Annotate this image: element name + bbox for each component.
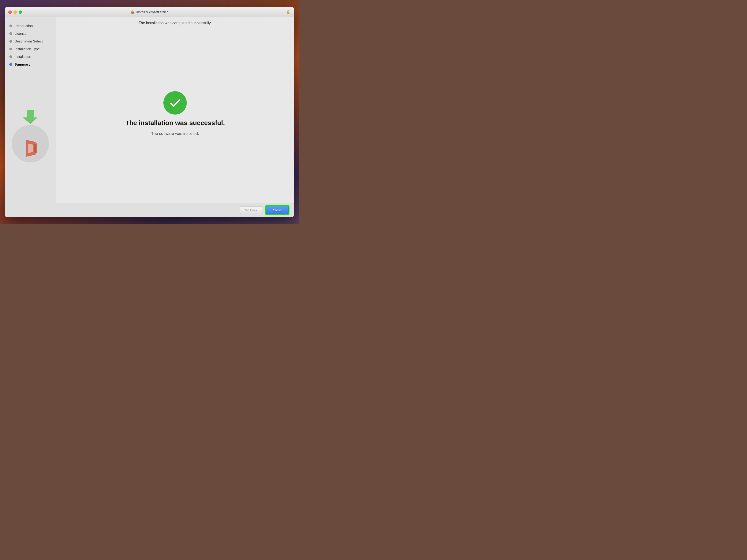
lock-icon: 🔒: [286, 10, 290, 14]
sidebar-item-license: License: [9, 30, 56, 37]
main-panel: The installation was completed successfu…: [56, 17, 294, 203]
step-dot-destination: [9, 40, 12, 43]
sidebar-label-installation-type: Installation Type: [15, 47, 40, 51]
checkmark-icon: [168, 96, 182, 110]
sidebar-label-summary: Summary: [15, 62, 30, 66]
success-title-text: The installation was successful.: [125, 119, 225, 127]
success-checkmark-circle: [163, 91, 187, 114]
completion-message: The installation was completed successfu…: [60, 21, 290, 25]
sidebar-item-destination: Destination Select: [9, 37, 56, 45]
sidebar-label-installation: Installation: [15, 55, 31, 59]
go-back-button[interactable]: Go Back: [240, 206, 262, 214]
success-subtitle-text: The software was installed.: [151, 131, 199, 136]
close-button[interactable]: Close: [266, 206, 288, 214]
bottom-bar: Go Back Close: [5, 203, 294, 217]
close-button-highlight: Close: [265, 205, 289, 215]
maximize-window-button[interactable]: [19, 10, 22, 14]
sidebar-item-introduction: Introduction: [9, 22, 56, 30]
title-icon: 📦: [130, 10, 134, 14]
minimize-window-button[interactable]: [14, 10, 17, 14]
office-logo-icon: [20, 137, 41, 158]
step-dot-introduction: [9, 25, 12, 27]
step-dot-installation-type: [9, 48, 12, 50]
installer-window: 📦 Install Microsoft Office 🔒 Introductio…: [5, 7, 294, 217]
sidebar-label-license: License: [15, 31, 27, 35]
step-dot-summary: [9, 63, 12, 66]
down-arrow-icon: [22, 109, 38, 125]
sidebar-label-introduction: Introduction: [15, 24, 33, 28]
sidebar-label-destination: Destination Select: [15, 39, 43, 43]
sidebar-steps: Introduction License Destination Select …: [5, 22, 56, 68]
sidebar-logo-area: [5, 73, 56, 198]
svg-marker-0: [23, 110, 37, 124]
window-title: 📦 Install Microsoft Office: [130, 10, 168, 14]
success-panel: The installation was successful. The sof…: [60, 28, 290, 199]
title-bar: 📦 Install Microsoft Office 🔒: [5, 7, 294, 17]
close-window-button[interactable]: [8, 10, 12, 14]
step-dot-installation: [9, 55, 12, 58]
sidebar-item-installation-type: Installation Type: [9, 45, 56, 53]
window-title-text: Install Microsoft Office: [136, 10, 168, 14]
sidebar: Introduction License Destination Select …: [5, 17, 56, 203]
office-logo-circle: [12, 125, 49, 162]
sidebar-item-installation: Installation: [9, 53, 56, 60]
traffic-lights: [8, 10, 22, 14]
window-content: Introduction License Destination Select …: [5, 17, 294, 203]
step-dot-license: [9, 32, 12, 35]
sidebar-item-summary: Summary: [9, 60, 56, 68]
